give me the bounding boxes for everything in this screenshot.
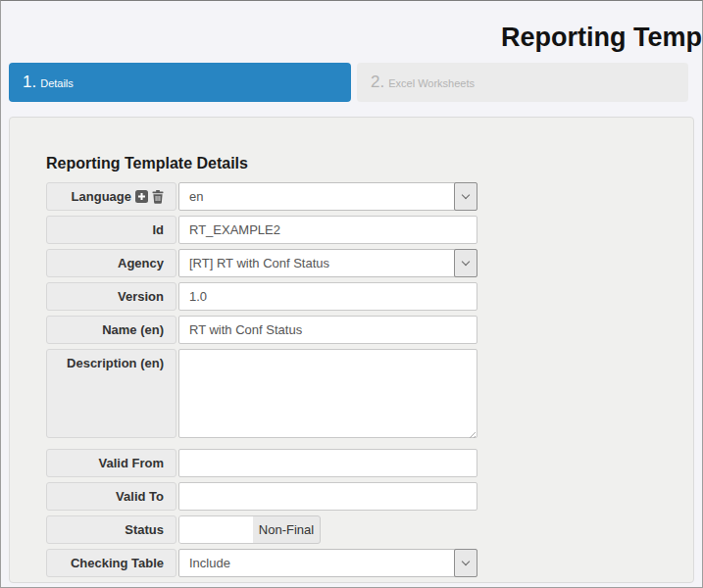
id-label: Id — [152, 222, 164, 237]
tab-details[interactable]: 1. Details — [9, 63, 351, 102]
checking-table-select-button[interactable] — [454, 549, 477, 577]
status-label-cell: Status — [46, 515, 176, 544]
row-version: Version — [46, 282, 693, 311]
row-name: Name (en) — [46, 316, 693, 344]
tab-excel-worksheets[interactable]: 2. Excel Worksheets — [357, 63, 688, 102]
row-valid-to: Valid To — [46, 482, 693, 511]
status-label: Status — [125, 522, 164, 537]
name-label-cell: Name (en) — [46, 316, 176, 344]
checking-table-label-cell: Checking Table — [46, 549, 176, 577]
valid-from-control — [178, 449, 477, 477]
language-label: Language — [72, 189, 131, 204]
version-input[interactable] — [178, 282, 477, 311]
row-id: Id — [46, 216, 693, 244]
agency-label: Agency — [118, 256, 164, 270]
language-label-cell: Language — [46, 182, 176, 211]
valid-to-control — [178, 482, 477, 511]
description-textarea[interactable] — [178, 349, 477, 438]
row-language: Language en — [46, 182, 693, 211]
status-toggle[interactable]: Non-Final — [178, 515, 321, 544]
details-form: Language en — [46, 182, 693, 577]
reporting-template-window: Reporting Template 1. Details 2. Excel W… — [0, 0, 703, 588]
version-control — [178, 282, 477, 311]
checking-table-label: Checking Table — [71, 556, 164, 570]
agency-select-value: [RT] RT with Conf Status — [179, 256, 454, 270]
description-control — [178, 349, 477, 442]
page-title: Reporting Template — [501, 23, 703, 53]
agency-label-cell: Agency — [46, 249, 176, 277]
name-input[interactable] — [178, 316, 477, 344]
valid-from-label: Valid From — [99, 456, 164, 470]
language-control: en — [178, 182, 477, 211]
status-toggle-state: Non-Final — [253, 516, 320, 543]
valid-to-label-cell: Valid To — [46, 482, 176, 511]
version-label: Version — [118, 289, 164, 304]
name-label: Name (en) — [102, 322, 164, 337]
agency-control: [RT] RT with Conf Status — [178, 249, 477, 277]
tab-excel-worksheets-number: 2. — [371, 73, 384, 92]
row-description: Description (en) — [46, 349, 693, 442]
row-checking-table: Checking Table Include — [46, 549, 693, 577]
description-label-cell: Description (en) — [46, 349, 176, 438]
row-agency: Agency [RT] RT with Conf Status — [46, 249, 693, 277]
chevron-down-icon — [462, 258, 470, 266]
version-label-cell: Version — [46, 282, 176, 311]
name-control — [178, 316, 477, 344]
tab-details-label: Details — [40, 77, 74, 89]
tab-excel-worksheets-label: Excel Worksheets — [388, 77, 475, 89]
id-label-cell: Id — [46, 216, 176, 244]
checking-table-select[interactable]: Include — [178, 549, 477, 577]
chevron-down-icon — [462, 558, 470, 565]
checking-table-select-value: Include — [179, 556, 454, 570]
id-control — [178, 216, 477, 244]
language-select[interactable]: en — [178, 182, 477, 211]
valid-from-label-cell: Valid From — [46, 449, 176, 477]
details-panel: Reporting Template Details Language — [9, 117, 694, 583]
plus-square-icon[interactable] — [135, 190, 148, 203]
description-label: Description (en) — [67, 356, 164, 370]
row-valid-from: Valid From — [46, 449, 693, 477]
valid-to-label: Valid To — [116, 489, 164, 504]
valid-to-input[interactable] — [178, 482, 477, 511]
id-input[interactable] — [178, 216, 477, 244]
agency-select[interactable]: [RT] RT with Conf Status — [178, 249, 477, 277]
row-status: Status Non-Final — [46, 515, 693, 544]
trash-icon[interactable] — [152, 190, 164, 204]
chevron-down-icon — [462, 191, 470, 199]
status-toggle-handle[interactable] — [179, 516, 253, 543]
tab-details-number: 1. — [23, 73, 36, 92]
agency-select-button[interactable] — [454, 249, 477, 277]
language-select-button[interactable] — [454, 182, 477, 211]
valid-from-input[interactable] — [178, 449, 477, 477]
wizard-tabs: 1. Details 2. Excel Worksheets — [9, 63, 688, 102]
language-select-value: en — [179, 189, 454, 204]
checking-table-control: Include — [178, 549, 477, 577]
section-heading: Reporting Template Details — [46, 155, 693, 172]
